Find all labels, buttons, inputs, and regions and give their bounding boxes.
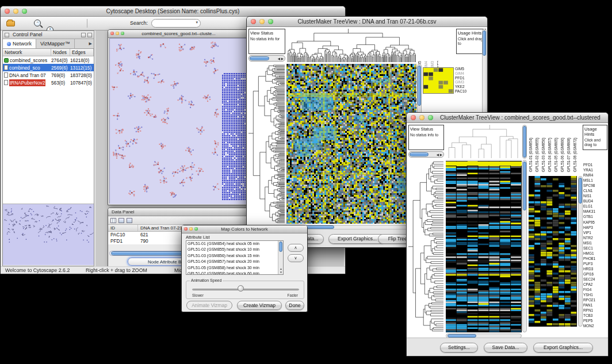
export-graphics-button[interactable]: Export Graphics... [533, 343, 593, 352]
selection-heatmap-canvas[interactable] [529, 176, 577, 327]
close-button[interactable] [251, 19, 256, 24]
minimize-button[interactable] [116, 32, 119, 35]
gene-label[interactable]: PUF3 [583, 261, 609, 266]
vscroll-thumb[interactable] [579, 178, 582, 204]
animate-vizmap-button[interactable]: Animate Vizmap [186, 301, 232, 310]
tab-network[interactable]: Network [3, 39, 36, 48]
gene-label[interactable]: PFD1 [583, 162, 609, 167]
gene-label[interactable]: RPO21 [583, 297, 609, 302]
data-panel-titlebar[interactable]: Data Panel [108, 208, 249, 216]
column-dendrogram-canvas[interactable] [446, 125, 522, 159]
nav-left-icon[interactable]: ◀ [437, 152, 439, 158]
attribute-listbox[interactable]: GPL51-01 (GSM854) heat shock 05 minGPL51… [186, 240, 284, 275]
gene-label[interactable]: MON2 [583, 323, 609, 328]
minimize-button[interactable] [419, 115, 424, 120]
close-button[interactable] [110, 32, 114, 35]
network-overview-canvas[interactable] [3, 204, 94, 265]
tab-vizmapper[interactable]: VizMapper™ [36, 39, 75, 48]
gene-label[interactable]: YRA1 [583, 167, 609, 173]
nav-right-icon[interactable]: ▶ [281, 56, 284, 62]
expression-heatmap-canvas[interactable] [286, 64, 416, 224]
speed-slider-track[interactable] [192, 289, 299, 290]
minimize-button[interactable] [13, 9, 18, 14]
vscroll-thumb[interactable] [418, 66, 421, 106]
gene-label[interactable]: SEC24 [583, 277, 609, 282]
col-id[interactable]: ID [108, 225, 138, 231]
network-row-combined-scores[interactable]: combined_scores 2764(0) 16218(0) [3, 56, 94, 64]
close-button[interactable] [184, 227, 188, 231]
zoom-button[interactable] [121, 32, 124, 35]
expression-heatmap-canvas[interactable] [446, 160, 522, 332]
nav-thumb[interactable] [250, 56, 269, 60]
search-combobox[interactable]: ▾ [151, 19, 201, 28]
col-network[interactable]: Network [3, 49, 51, 56]
scroll-up-icon[interactable]: ▲ [279, 267, 283, 270]
scroll-down-icon[interactable]: ▼ [279, 271, 283, 274]
nav-thumb[interactable] [410, 152, 429, 156]
gene-label[interactable]: YSH1 [583, 292, 609, 297]
gene-label[interactable]: KAP95 [583, 220, 609, 225]
gene-label[interactable]: MSI1 [583, 240, 609, 246]
zoom-button[interactable] [22, 9, 27, 14]
attribute-item[interactable]: GPL51-02 (GSM855) heat shock 10 min [186, 247, 283, 252]
search-input[interactable] [155, 20, 193, 26]
gene-label[interactable]: MAK31 [583, 209, 609, 214]
column-dendrogram-canvas[interactable] [286, 29, 416, 63]
cytoscape-titlebar[interactable]: Cytoscape Desktop (Session Name: collins… [1, 6, 345, 17]
network-view-titlebar[interactable]: combined_scores_good.txt--cluste... [108, 30, 249, 38]
network-row-trnapubernov2[interactable]: tRNAPuberNov2 563(0) 107847(0) [3, 79, 94, 86]
gene-label[interactable]: CPA2 [583, 282, 609, 287]
gene-label[interactable]: RNR4 [583, 173, 609, 178]
zoom-button[interactable] [194, 227, 198, 231]
gene-label[interactable]: MSL1 [583, 178, 609, 183]
gene-label[interactable]: FIG4 [583, 287, 609, 292]
gene-label[interactable]: GPI16 [583, 271, 609, 277]
attribute-item[interactable]: GPL51-03 (GSM856) heat shock 15 min [186, 253, 283, 259]
done-button[interactable]: Done [285, 301, 304, 310]
gene-label[interactable]: SPC98 [583, 183, 609, 188]
nav-left-icon[interactable]: ◀ [278, 56, 280, 62]
gene-label[interactable]: NTR2 [583, 235, 609, 240]
zoom-button[interactable] [268, 19, 273, 24]
create-vizmap-button[interactable]: Create Vizmap [237, 301, 282, 310]
gene-label[interactable]: BUD4 [583, 198, 609, 204]
gene-label[interactable]: VIP1 [583, 230, 609, 235]
gene-label[interactable]: NIS1 [583, 193, 609, 198]
network-row-combined-sco-selected[interactable]: combined_sco 2569(6) 13112(15) [3, 64, 94, 71]
gene-label[interactable]: GTB1 [583, 214, 609, 219]
row-dendrogram-canvas[interactable] [248, 64, 285, 224]
dialog-titlebar[interactable]: Map Colors to Network [182, 225, 307, 233]
nav-right-icon[interactable]: ▶ [440, 152, 442, 158]
zoom-button[interactable] [428, 115, 433, 120]
attribute-item[interactable]: GPL51-01 (GSM854) heat shock 05 min [186, 241, 283, 247]
close-button[interactable] [5, 9, 10, 14]
col-edges[interactable]: Edges [70, 49, 94, 56]
open-session-icon[interactable] [6, 21, 15, 26]
speed-slider-thumb[interactable] [238, 285, 244, 292]
attribute-item[interactable]: GPL51-07 (GSM868) heat shock 60 min [186, 271, 283, 275]
gene-label[interactable]: CLN1 [583, 188, 609, 193]
gene-label[interactable]: PAN1 [583, 302, 609, 308]
vscroll-thumb[interactable] [483, 30, 486, 56]
database-icon[interactable] [118, 218, 124, 223]
panel-grid-icon[interactable] [5, 33, 9, 37]
move-down-button[interactable]: ∨ [288, 254, 304, 262]
panel-close-icon[interactable] [87, 33, 92, 37]
combo-arrow-icon[interactable]: ▾ [196, 20, 198, 25]
correlation-matrix-canvas[interactable] [423, 67, 454, 94]
move-up-button[interactable]: ∧ [288, 244, 304, 252]
row-dendrogram-canvas[interactable] [408, 160, 444, 332]
zoom-out-icon[interactable]: − [34, 20, 41, 26]
attribute-item[interactable]: GPL51-05 (GSM858) heat shock 30 min [186, 265, 283, 271]
attribute-table-icon[interactable] [110, 218, 116, 223]
network-graph-canvas[interactable] [110, 39, 248, 204]
gene-label[interactable]: RPN1 [583, 308, 609, 313]
treeview-dna-titlebar[interactable]: ClusterMaker TreeView : DNA and Tran 07-… [247, 17, 487, 27]
vscroll-thumb[interactable] [279, 242, 282, 252]
gene-label[interactable]: HMG1 [583, 251, 609, 256]
gene-label[interactable]: SEC1 [583, 246, 609, 251]
control-panel-header[interactable]: Control Panel [3, 31, 94, 39]
panel-float-icon[interactable] [81, 33, 86, 37]
gene-label[interactable]: PHO81 [583, 256, 609, 261]
minimize-button[interactable] [259, 19, 265, 24]
